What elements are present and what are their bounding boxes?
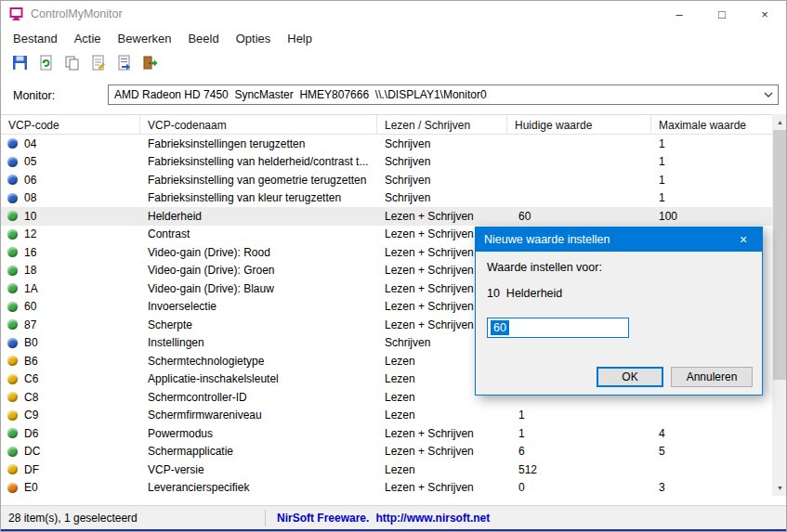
vcp-name: Contrast [140,227,377,240]
dialog-title-bar[interactable]: Nieuwe waarde instellen × [476,227,762,252]
vcp-name: Video-gain (Drive): Blauw [140,282,377,295]
vcp-code: D6 [24,427,38,440]
menu-item-bewerken[interactable]: Bewerken [110,29,180,48]
chevron-down-icon[interactable] [759,92,778,97]
menu-bar: BestandActieBewerkenBeeldOptiesHelp [1,27,786,49]
ok-button[interactable]: OK [597,367,663,387]
properties-button[interactable] [88,53,108,72]
vcp-status-dot [7,464,18,474]
table-row[interactable]: 06Fabrieksinstelling van geometrie terug… [1,171,772,189]
vcp-max: 1 [651,137,772,150]
copy-icon [64,55,80,71]
menu-item-actie[interactable]: Actie [66,29,110,48]
table-row[interactable]: D6PowermodusLezen + Schrijven14 [1,424,772,443]
vcp-max: 3 [651,481,772,494]
column-header[interactable]: Maximale waarde [651,115,772,134]
table-row[interactable]: DCSchermapplicatieLezen + Schrijven65 [1,443,772,461]
vcp-code: DF [24,463,39,476]
vcp-max: 1 [651,155,772,168]
vcp-name: Applicatie-inschakelsleutel [140,372,377,385]
menu-item-bestand[interactable]: Bestand [5,29,66,48]
scroll-up-icon[interactable]: ▲ [772,114,787,130]
column-header[interactable]: VCP-codenaam [140,115,377,134]
properties-icon [90,55,106,71]
refresh-button[interactable] [36,53,56,72]
vcp-rw: Schrijven [377,155,507,168]
vcp-status-dot [7,229,18,240]
vertical-scrollbar[interactable]: ▲ ▼ [772,114,787,496]
toolbar [1,49,786,75]
window-title: ControlMyMonitor [31,7,123,20]
vcp-max: 100 [651,210,772,223]
vcp-status-dot [7,392,18,402]
vcp-name: Fabrieksinstellingen terugzetten [140,137,377,150]
vcp-status-dot [7,283,18,293]
maximize-button[interactable]: □ [701,1,743,27]
close-button[interactable]: × [743,1,786,27]
title-bar: ControlMyMonitor – □ × [1,1,786,27]
column-header[interactable]: VCP-code [1,115,140,134]
vcp-status-dot [7,193,18,203]
vcp-rw: Schrijven [377,174,507,187]
table-row[interactable]: 05Fabrieksinstelling van helderheid/cont… [1,153,772,172]
menu-item-beeld[interactable]: Beeld [179,29,227,48]
vcp-code: 08 [24,191,36,204]
column-header[interactable]: Huidige waarde [507,115,651,134]
minimize-button[interactable]: – [658,1,701,27]
vcp-code: 05 [24,155,36,168]
vcp-max: 4 [651,427,772,440]
vcp-status-dot [7,138,18,149]
copy-button[interactable] [62,53,82,72]
menu-item-opties[interactable]: Opties [228,29,280,48]
vcp-rw: Lezen + Schrijven [377,481,507,494]
vcp-name: Schermapplicatie [140,445,377,458]
vcp-code: 06 [24,174,36,187]
status-divider [265,510,266,526]
nirsoft-link[interactable]: http://www.nirsoft.net [375,512,490,525]
exit-button[interactable] [140,53,160,72]
column-header[interactable]: Lezen / Schrijven [377,115,507,134]
table-row[interactable]: 04Fabrieksinstellingen terugzettenSchrij… [1,135,772,153]
vcp-code: 12 [24,227,36,240]
vcp-status-dot [7,266,18,276]
vcp-code: DC [24,445,40,458]
vcp-name: Fabrieksinstelling van kleur terugzetten [140,191,377,204]
vcp-code: 04 [24,137,36,150]
vcp-status-dot [7,175,18,185]
input-selected-text: 60 [491,320,509,335]
table-row[interactable]: E0LeverancierspecifiekLezen + Schrijven0… [1,479,772,497]
vcp-code: C8 [24,391,38,404]
cancel-button[interactable]: Annuleren [671,367,753,387]
vcp-code: 1A [24,282,38,295]
table-row[interactable]: DFVCP-versieLezen512 [1,461,772,479]
scroll-down-icon[interactable]: ▼ [772,480,787,496]
vcp-status-dot [7,428,18,438]
vcp-max: 1 [651,191,772,204]
vcp-rw: Schrijven [377,137,507,150]
vcp-current: 1 [507,409,651,422]
save-button[interactable] [10,53,30,72]
dialog-target: 10 Helderheid [487,287,562,300]
table-row[interactable]: C9SchermfirmwareniveauLezen1 [1,407,772,425]
vcp-current: 512 [507,463,651,476]
app-icon [9,6,24,21]
vcp-max: 5 [651,445,772,458]
value-input[interactable]: 60 [487,318,629,338]
table-row[interactable]: 10HelderheidLezen + Schrijven60100 [1,207,772,226]
vcp-name: Fabrieksinstelling van helderheid/contra… [140,155,377,168]
vcp-code: 60 [24,300,36,313]
monitor-select[interactable]: AMD Radeon HD 7450 SyncMaster HMEY807666… [108,84,779,105]
dialog-close-icon[interactable]: × [725,227,762,252]
vcp-status-dot [7,247,18,257]
table-row[interactable]: 08Fabrieksinstelling van kleur terugzett… [1,189,772,208]
vcp-rw: Lezen + Schrijven [377,445,507,458]
exit-icon [142,55,158,71]
vcp-name: Schermfirmwareniveau [140,409,377,422]
menu-item-help[interactable]: Help [279,29,321,48]
scroll-thumb[interactable] [773,130,787,380]
vcp-name: Schermcontroller-ID [140,391,377,404]
report-button[interactable] [114,53,134,72]
vcp-status-dot [7,447,18,457]
vcp-code: C9 [24,409,38,422]
vcp-rw: Lezen + Schrijven [377,210,507,223]
